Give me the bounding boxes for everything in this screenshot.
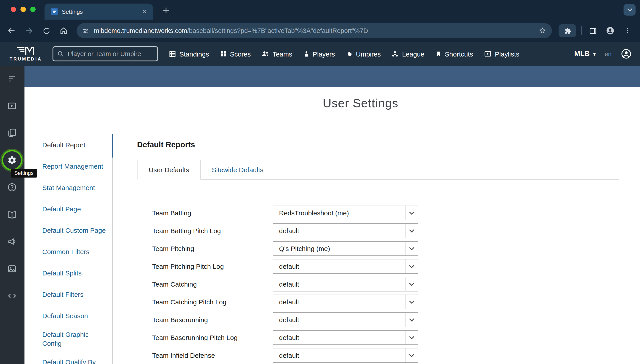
filter-icon[interactable] <box>7 74 17 84</box>
browser-profile-button[interactable] <box>604 24 616 37</box>
brand-name: TRUMEDIA <box>10 56 42 61</box>
chevron-down-icon <box>405 313 418 326</box>
reload-button[interactable] <box>40 24 52 37</box>
page-title: User Settings <box>323 96 398 110</box>
tab-user-defaults[interactable]: User Defaults <box>137 160 201 180</box>
team-batting-pitch-log-select[interactable]: default <box>273 224 418 238</box>
players-icon <box>303 50 310 57</box>
nav-label: Playlists <box>495 50 520 58</box>
standings-icon <box>169 50 176 58</box>
code-icon[interactable] <box>7 291 17 301</box>
settings-nav: Default Report Report Management Stat Ma… <box>42 134 112 364</box>
tab-close-icon[interactable] <box>141 8 149 16</box>
nav-label: Standings <box>179 50 209 58</box>
chevron-down-icon <box>405 331 418 344</box>
settings-gear-icon[interactable] <box>7 155 17 165</box>
settings-nav-default-filters[interactable]: Default Filters <box>42 284 112 305</box>
form-row: Team Baserunning Pitch Log default <box>137 330 619 345</box>
nav-label: Shortcuts <box>445 50 473 58</box>
team-catching-pitch-log-select[interactable]: default <box>273 294 418 309</box>
settings-nav-stat-management[interactable]: Stat Management <box>42 177 112 198</box>
forward-button[interactable] <box>23 24 35 37</box>
team-baserunning-select[interactable]: default <box>273 312 418 327</box>
browser-tab[interactable]: Settings <box>44 4 153 20</box>
settings-nav-default-graphic-config[interactable]: Default Graphic Config <box>42 326 112 352</box>
settings-nav-report-management[interactable]: Report Management <box>42 156 112 177</box>
window-zoom-button[interactable] <box>30 7 36 12</box>
settings-nav-default-page[interactable]: Default Page <box>42 198 112 220</box>
tab-search-button[interactable] <box>624 4 636 16</box>
nav-playlists[interactable]: Playlists <box>484 50 520 58</box>
umpires-icon <box>346 50 353 58</box>
side-panel-button[interactable] <box>586 24 599 37</box>
toolbar-divider <box>581 26 582 35</box>
profile-avatar-icon <box>605 26 615 36</box>
media-player-icon[interactable] <box>7 101 17 111</box>
field-label: Team Batting Pitch Log <box>152 224 221 238</box>
megaphone-icon[interactable] <box>7 237 17 246</box>
gallery-icon[interactable] <box>7 264 17 274</box>
field-label: Team Pitching <box>152 241 194 256</box>
team-catching-select[interactable]: default <box>273 277 418 292</box>
browser-menu-button[interactable] <box>621 24 634 37</box>
header-right: MLB ▾ en <box>574 48 640 60</box>
form-row: Team Pitching Q's Pitching (me) <box>137 241 619 256</box>
team-batting-select[interactable]: RedsTroubleshoot (me) <box>273 206 418 220</box>
url-domain: mlbdemo.trumedianetworks.com <box>94 27 187 34</box>
nav-label: Scores <box>230 50 250 58</box>
scores-icon <box>220 50 227 58</box>
nav-players[interactable]: Players <box>303 50 335 58</box>
tab-sitewide-defaults[interactable]: Sitewide Defaults <box>201 160 274 179</box>
global-search[interactable] <box>52 46 158 62</box>
browser-toolbar: mlbdemo.trumedianetworks.com/baseball/se… <box>0 20 640 42</box>
settings-nav-default-qualify-by[interactable]: Default Qualify By <box>42 352 112 364</box>
trumedia-logo-mark <box>16 46 36 56</box>
window-close-button[interactable] <box>11 7 16 12</box>
chevron-down-icon <box>405 348 418 362</box>
league-selector[interactable]: MLB ▾ <box>574 50 596 58</box>
section-title: Default Reports <box>137 140 619 150</box>
trumedia-logo[interactable]: TRUMEDIA <box>4 46 48 61</box>
settings-nav-common-filters[interactable]: Common Filters <box>42 241 112 262</box>
address-bar[interactable]: mlbdemo.trumedianetworks.com/baseball/se… <box>76 23 552 38</box>
field-label: Team Baserunning <box>152 312 208 327</box>
side-panel-icon <box>588 26 597 35</box>
new-tab-button[interactable] <box>160 4 172 16</box>
settings-nav-default-splits[interactable]: Default Splits <box>42 262 112 284</box>
team-baserunning-pitch-log-select[interactable]: default <box>273 330 418 345</box>
settings-nav-default-custom-page[interactable]: Default Custom Page <box>42 220 112 241</box>
site-settings-icon[interactable] <box>82 27 90 34</box>
tab-title: Settings <box>62 8 141 15</box>
settings-nav-default-report[interactable]: Default Report <box>42 134 112 156</box>
bookmark-star-icon[interactable] <box>538 27 546 35</box>
book-icon[interactable] <box>7 210 17 220</box>
nav-shortcuts[interactable]: Shortcuts <box>435 50 473 58</box>
help-icon[interactable] <box>7 182 17 192</box>
settings-nav-default-season[interactable]: Default Season <box>42 305 112 326</box>
window-minimize-button[interactable] <box>20 7 26 12</box>
nav-scores[interactable]: Scores <box>220 50 250 58</box>
cards-icon[interactable] <box>7 128 17 138</box>
form-row: Team Catching default <box>137 277 619 292</box>
language-label[interactable]: en <box>604 50 612 58</box>
nav-standings[interactable]: Standings <box>169 50 209 58</box>
nav-label: League <box>402 50 424 58</box>
form-row: Team Batting Pitch Log default <box>137 224 619 238</box>
team-pitching-pitch-log-select[interactable]: default <box>273 259 418 274</box>
nav-umpires[interactable]: Umpires <box>346 50 381 58</box>
search-input[interactable] <box>67 50 149 58</box>
team-infield-defense-select[interactable]: default <box>273 348 418 363</box>
nav-teams[interactable]: Teams <box>262 50 292 58</box>
home-button[interactable] <box>58 24 70 37</box>
back-button[interactable] <box>5 24 18 37</box>
nav-league[interactable]: League <box>392 50 424 58</box>
kebab-menu-icon <box>624 27 631 34</box>
team-pitching-select[interactable]: Q's Pitching (me) <box>273 241 418 256</box>
extensions-button[interactable] <box>558 24 576 38</box>
account-icon[interactable] <box>620 48 632 60</box>
browser-tab-strip: Settings <box>0 0 640 20</box>
chevron-down-icon <box>405 242 418 256</box>
search-icon <box>57 50 64 58</box>
nav-label: Players <box>313 50 335 58</box>
field-label: Team Catching Pitch Log <box>152 294 226 309</box>
